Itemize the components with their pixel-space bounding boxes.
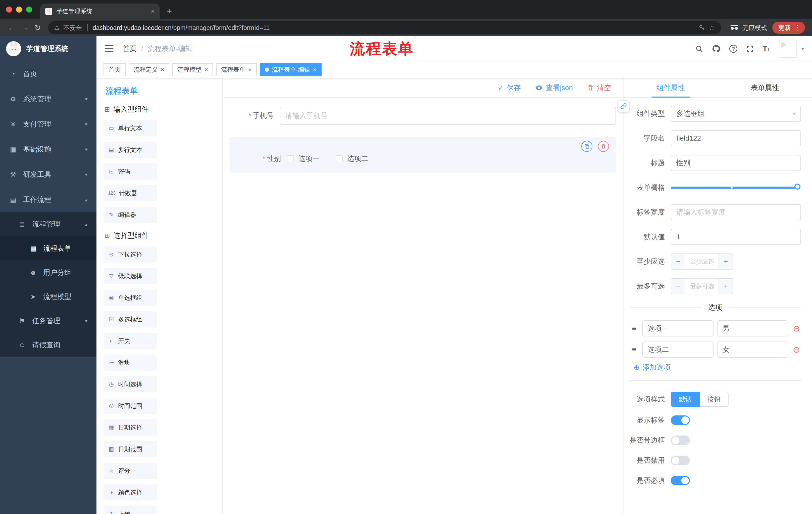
bookmark-star-icon[interactable]: ☆ xyxy=(709,24,715,32)
decrease-button[interactable]: − xyxy=(671,279,685,294)
tab-form-props[interactable]: 表单属性 xyxy=(718,78,812,97)
remove-option-icon[interactable]: ⊖ xyxy=(792,345,801,355)
browser-tab[interactable]: 芋道管理系统 × xyxy=(40,3,160,19)
sidebar-item-system[interactable]: ⚙ 系统管理 ▾ xyxy=(0,86,96,112)
close-icon[interactable]: × xyxy=(161,66,164,73)
tag-flow-form-edit[interactable]: 流程表单-编辑 × xyxy=(260,63,322,76)
palette-item-rate[interactable]: ☆评分 xyxy=(104,463,157,479)
back-button[interactable]: ← xyxy=(5,23,18,32)
palette-item-color-picker[interactable]: ◑颜色选择 xyxy=(104,484,157,501)
palette-item-multi-line-text[interactable]: ▤多行文本 xyxy=(104,142,157,158)
required-switch[interactable] xyxy=(671,476,690,485)
palette-item-radio-group[interactable]: ◉单选框组 xyxy=(104,290,157,306)
hamburger-icon[interactable] xyxy=(105,45,114,53)
avatar[interactable] xyxy=(779,40,797,58)
option2-label-input[interactable] xyxy=(642,342,714,358)
grid-slider[interactable] xyxy=(671,180,799,196)
close-icon[interactable]: × xyxy=(313,66,317,73)
increase-button[interactable]: + xyxy=(719,254,733,269)
palette-item-cascader[interactable]: ▽级联选择 xyxy=(104,268,157,284)
sidebar-item-flow-manage[interactable]: ≣ 流程管理 ▴ xyxy=(0,212,96,236)
sidebar-item-home[interactable]: ◔ 首页 xyxy=(0,61,96,86)
phone-input[interactable] xyxy=(280,107,616,125)
palette-item-counter[interactable]: 123计数器 xyxy=(104,185,157,201)
field-name-input[interactable] xyxy=(671,130,801,146)
link-icon[interactable] xyxy=(618,101,629,112)
close-icon[interactable]: × xyxy=(248,66,252,73)
tag-flow-definition[interactable]: 流程定义 × xyxy=(128,63,169,76)
view-json-button[interactable]: 查看json xyxy=(535,83,573,92)
close-window-button[interactable] xyxy=(6,6,12,12)
font-size-icon[interactable]: TT xyxy=(762,45,770,53)
tag-flow-model[interactable]: 流程模型 × xyxy=(172,63,213,76)
style-default-button[interactable]: 默认 xyxy=(671,392,700,407)
breadcrumb-home[interactable]: 首页 xyxy=(123,44,137,54)
search-icon[interactable] xyxy=(695,45,703,53)
drag-handle-icon[interactable]: ≡ xyxy=(630,345,639,354)
sidebar-item-flow-form[interactable]: ▤ 流程表单 xyxy=(0,236,96,261)
reload-button[interactable]: ↻ xyxy=(31,23,44,32)
sidebar-item-infrastructure[interactable]: ▣ 基础设施 ▾ xyxy=(0,137,96,162)
sidebar-item-task-manage[interactable]: ⚑ 任务管理 ▾ xyxy=(0,309,96,333)
sidebar-item-leave-query[interactable]: ☺ 请假查询 xyxy=(0,333,96,357)
add-option-button[interactable]: ⊕ 添加选项 xyxy=(634,362,801,372)
tag-home[interactable]: 首页 xyxy=(104,63,126,76)
palette-item-checkbox-group[interactable]: ☑多选框组 xyxy=(104,311,157,327)
drag-handle-icon[interactable]: ≡ xyxy=(630,324,639,333)
palette-item-dropdown[interactable]: ⊙下拉选择 xyxy=(104,246,157,263)
sidebar-item-flow-model[interactable]: ➤ 流程模型 xyxy=(0,285,96,309)
palette-item-time-picker[interactable]: ◷时间选择 xyxy=(104,376,157,392)
clear-button[interactable]: 清空 xyxy=(587,83,611,92)
slider-handle[interactable] xyxy=(794,184,801,190)
min-select-value[interactable]: 至少应选 xyxy=(685,254,719,269)
increase-button[interactable]: + xyxy=(719,279,733,294)
palette-item-single-line-text[interactable]: ▭单行文本 xyxy=(104,120,157,136)
sidebar-item-workflow[interactable]: ▤ 工作流程 ▴ xyxy=(0,187,96,212)
default-value-input[interactable] xyxy=(671,229,801,245)
palette-item-password[interactable]: ⊡密码 xyxy=(104,163,157,180)
security-warning-icon[interactable]: ⚠ xyxy=(54,24,60,31)
browser-menu-icon[interactable]: ⋮ xyxy=(794,24,801,32)
palette-item-editor[interactable]: ✎编辑器 xyxy=(104,207,157,223)
palette-item-switch[interactable]: ◐开关 xyxy=(104,333,157,349)
maximize-window-button[interactable] xyxy=(26,6,32,12)
sidebar-item-payment[interactable]: ¥ 支付管理 ▾ xyxy=(0,112,96,137)
minimize-window-button[interactable] xyxy=(16,6,22,12)
new-tab-button[interactable]: + xyxy=(160,6,172,19)
style-button-button[interactable]: 按钮 xyxy=(700,392,729,407)
title-input[interactable] xyxy=(671,155,801,171)
option1-label-input[interactable] xyxy=(642,320,714,336)
sidebar-item-user-group[interactable]: ☻ 用户分组 xyxy=(0,261,96,285)
forward-button[interactable]: → xyxy=(18,23,31,32)
fullscreen-icon[interactable] xyxy=(746,45,754,53)
decrease-button[interactable]: − xyxy=(671,254,685,269)
label-width-input[interactable] xyxy=(671,204,801,220)
disabled-switch[interactable] xyxy=(671,456,690,465)
password-key-icon[interactable] xyxy=(699,24,705,31)
remove-option-icon[interactable]: ⊖ xyxy=(792,323,801,333)
sidebar-item-devtools[interactable]: ⚒ 研发工具 ▾ xyxy=(0,162,96,187)
help-icon[interactable]: ? xyxy=(729,45,737,53)
palette-item-slider[interactable]: ⊶滑块 xyxy=(104,355,157,371)
max-select-value[interactable]: 最多可选 xyxy=(685,279,719,294)
tag-flow-form[interactable]: 流程表单 × xyxy=(216,63,257,76)
avatar-caret-icon[interactable]: ▾ xyxy=(802,46,804,52)
show-label-switch[interactable] xyxy=(671,415,690,425)
gender-option2-checkbox[interactable]: 选项二 xyxy=(336,154,368,163)
save-button[interactable]: ✓ 保存 xyxy=(498,83,521,92)
palette-item-upload[interactable]: ↥上传 xyxy=(104,506,157,514)
address-bar[interactable]: ⚠ 不安全 dashboard.yudao.iocoder.cn/bpm/man… xyxy=(48,21,721,34)
palette-item-time-range[interactable]: ◶时间范围 xyxy=(104,398,157,414)
option1-value-input[interactable] xyxy=(717,320,788,336)
copy-component-button[interactable] xyxy=(581,141,592,152)
palette-item-date-range[interactable]: ▩日期范围 xyxy=(104,441,157,457)
palette-item-date-picker[interactable]: ▦日期选择 xyxy=(104,420,157,436)
phone-field[interactable]: *手机号 xyxy=(230,107,616,125)
github-icon[interactable] xyxy=(712,44,721,53)
tab-close-icon[interactable]: × xyxy=(151,7,155,15)
selected-component-gender[interactable]: *性别 选项一 选项二 xyxy=(230,137,616,172)
gender-option1-checkbox[interactable]: 选项一 xyxy=(287,154,320,163)
delete-component-button[interactable] xyxy=(598,141,609,152)
component-type-select[interactable]: 多选框组 ▾ xyxy=(671,106,801,122)
border-switch[interactable] xyxy=(671,436,690,445)
